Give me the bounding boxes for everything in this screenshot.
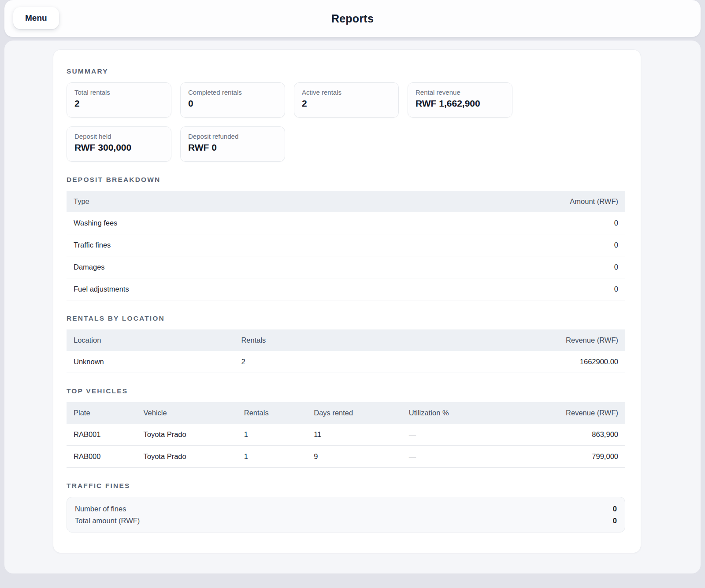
cell-amount: 0 <box>502 234 625 256</box>
cell-type: Damages <box>67 256 502 278</box>
fines-value: 0 <box>613 503 617 515</box>
stat-card-deposit-refunded: Deposit refunded RWF 0 <box>180 126 285 162</box>
stat-label: Total rentals <box>74 89 163 96</box>
header-bar: Menu Reports <box>4 0 701 37</box>
cell-type: Traffic fines <box>67 234 502 256</box>
fines-value: 0 <box>613 515 617 527</box>
stat-value: RWF 1,662,900 <box>416 98 505 109</box>
table-row: RAB001 Toyota Prado 1 11 — 863,900 <box>67 424 625 446</box>
cell-amount: 0 <box>502 256 625 278</box>
cell-vehicle: Toyota Prado <box>137 424 237 446</box>
fines-row-total-amount: Total amount (RWF) 0 <box>75 515 617 527</box>
top-vehicles-table: Plate Vehicle Rentals Days rented Utiliz… <box>67 402 625 468</box>
stat-card-completed-rentals: Completed rentals 0 <box>180 82 285 118</box>
column-header-days-rented: Days rented <box>307 402 402 424</box>
app-root: Menu Reports Summary Total rentals 2 Com… <box>4 0 701 573</box>
cell-type: Fuel adjustments <box>67 278 502 300</box>
traffic-fines-heading: Traffic fines <box>67 482 625 490</box>
deposit-breakdown-heading: Deposit breakdown <box>67 176 625 184</box>
cell-rentals: 1 <box>237 446 307 468</box>
column-header-rentals: Rentals <box>237 402 307 424</box>
table-row: Unknown 2 1662900.00 <box>67 351 625 373</box>
rentals-by-location-table: Location Rentals Revenue (RWF) Unknown 2… <box>67 329 625 373</box>
rentals-by-location-heading: Rentals by location <box>67 314 625 322</box>
stat-card-rental-revenue: Rental revenue RWF 1,662,900 <box>408 82 512 118</box>
stat-label: Rental revenue <box>416 89 505 96</box>
table-row: Washing fees 0 <box>67 212 625 234</box>
cell-plate: RAB000 <box>67 446 137 468</box>
column-header-revenue: Revenue (RWF) <box>502 402 625 424</box>
stat-label: Active rentals <box>302 89 391 96</box>
fines-label: Number of fines <box>75 503 126 515</box>
stat-label: Deposit refunded <box>188 133 277 140</box>
fines-row-number-of-fines: Number of fines 0 <box>75 503 617 515</box>
stat-label: Completed rentals <box>188 89 277 96</box>
traffic-fines-summary-box: Number of fines 0 Total amount (RWF) 0 <box>67 497 625 533</box>
stat-card-active-rentals: Active rentals 2 <box>294 82 399 118</box>
column-header-type: Type <box>67 191 502 212</box>
table-row: RAB000 Toyota Prado 1 9 — 799,000 <box>67 446 625 468</box>
cell-days-rented: 9 <box>307 446 402 468</box>
table-header-row: Plate Vehicle Rentals Days rented Utiliz… <box>67 402 625 424</box>
summary-heading: Summary <box>67 67 625 75</box>
fines-label: Total amount (RWF) <box>75 515 140 527</box>
stat-card-total-rentals: Total rentals 2 <box>67 82 171 118</box>
table-header-row: Location Rentals Revenue (RWF) <box>67 329 625 351</box>
cell-type: Washing fees <box>67 212 502 234</box>
cell-days-rented: 11 <box>307 424 402 446</box>
stat-value: RWF 0 <box>188 142 277 153</box>
cell-revenue: 863,900 <box>502 424 625 446</box>
table-header-row: Type Amount (RWF) <box>67 191 625 212</box>
column-header-rentals: Rentals <box>234 329 435 351</box>
report-card: Summary Total rentals 2 Completed rental… <box>53 49 641 553</box>
stat-value: 2 <box>302 98 391 109</box>
column-header-plate: Plate <box>67 402 137 424</box>
content-surface: Summary Total rentals 2 Completed rental… <box>4 41 701 573</box>
cell-utilization: — <box>402 424 502 446</box>
column-header-revenue: Revenue (RWF) <box>435 329 625 351</box>
menu-button[interactable]: Menu <box>13 7 59 29</box>
top-vehicles-heading: Top vehicles <box>67 387 625 395</box>
cell-rentals: 1 <box>237 424 307 446</box>
cell-amount: 0 <box>502 278 625 300</box>
summary-stat-grid: Total rentals 2 Completed rentals 0 Acti… <box>67 82 625 162</box>
cell-utilization: — <box>402 446 502 468</box>
table-row: Fuel adjustments 0 <box>67 278 625 300</box>
cell-revenue: 799,000 <box>502 446 625 468</box>
deposit-breakdown-table: Type Amount (RWF) Washing fees 0 Traffic… <box>67 191 625 300</box>
table-row: Damages 0 <box>67 256 625 278</box>
stat-value: RWF 300,000 <box>74 142 163 153</box>
cell-location: Unknown <box>67 351 234 373</box>
page-title: Reports <box>331 12 374 25</box>
cell-rentals: 2 <box>234 351 435 373</box>
column-header-vehicle: Vehicle <box>137 402 237 424</box>
stat-value: 2 <box>74 98 163 109</box>
cell-amount: 0 <box>502 212 625 234</box>
column-header-utilization: Utilization % <box>402 402 502 424</box>
cell-vehicle: Toyota Prado <box>137 446 237 468</box>
cell-revenue: 1662900.00 <box>435 351 625 373</box>
cell-plate: RAB001 <box>67 424 137 446</box>
stat-card-deposit-held: Deposit held RWF 300,000 <box>67 126 171 162</box>
stat-value: 0 <box>188 98 277 109</box>
table-row: Traffic fines 0 <box>67 234 625 256</box>
column-header-amount: Amount (RWF) <box>502 191 625 212</box>
stat-label: Deposit held <box>74 133 163 140</box>
column-header-location: Location <box>67 329 234 351</box>
